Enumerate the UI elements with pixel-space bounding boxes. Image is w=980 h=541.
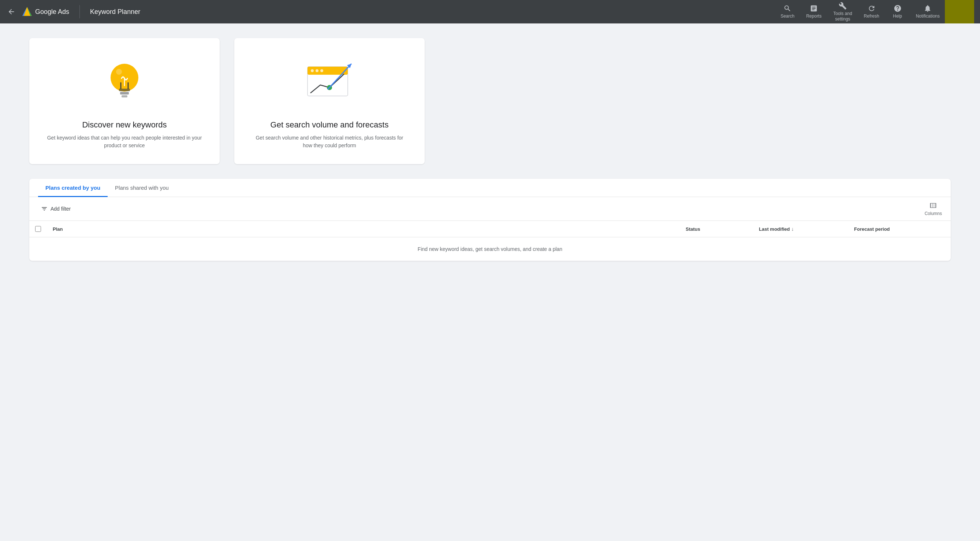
forecasts-card-title: Get search volume and forecasts xyxy=(270,120,389,130)
add-filter-label: Add filter xyxy=(51,206,71,212)
filter-icon xyxy=(41,206,48,212)
columns-icon xyxy=(929,201,937,209)
tools-nav-label: Tools and settings xyxy=(833,11,852,22)
empty-state-message: Find new keyword ideas, get search volum… xyxy=(29,237,951,261)
forecasts-icon-area xyxy=(300,53,359,111)
google-ads-icon xyxy=(21,6,33,18)
add-filter-button[interactable]: Add filter xyxy=(38,204,73,214)
header-last-modified[interactable]: Last modified ↓ xyxy=(753,221,848,237)
svg-rect-11 xyxy=(121,95,127,97)
reports-nav-label: Reports xyxy=(806,14,821,19)
topbar-right: Search Reports Tools and settings Refres… xyxy=(775,0,945,24)
header-checkbox-cell xyxy=(29,221,47,237)
svg-rect-10 xyxy=(120,92,129,94)
forecasts-chart-icon xyxy=(300,56,359,108)
svg-point-15 xyxy=(311,69,314,72)
reports-icon xyxy=(810,5,818,13)
columns-button[interactable]: Columns xyxy=(925,201,942,216)
discover-icon-area xyxy=(95,53,154,111)
svg-point-6 xyxy=(116,69,122,75)
discover-keywords-card[interactable]: Discover new keywords Get keyword ideas … xyxy=(29,38,220,164)
svg-point-17 xyxy=(320,69,323,72)
discover-card-desc: Get keyword ideas that can help you reac… xyxy=(47,134,202,150)
forecasts-card[interactable]: Get search volume and forecasts Get sear… xyxy=(234,38,425,164)
plans-tabs: Plans created by you Plans shared with y… xyxy=(29,179,951,197)
help-nav-label: Help xyxy=(893,14,902,19)
svg-point-16 xyxy=(315,69,318,72)
topbar-left: Google Ads Keyword Planner xyxy=(6,5,775,18)
columns-label: Columns xyxy=(925,211,942,216)
header-plan: Plan xyxy=(47,221,680,237)
tools-nav-button[interactable]: Tools and settings xyxy=(828,0,857,24)
main-content: Discover new keywords Get keyword ideas … xyxy=(0,24,980,275)
svg-rect-9 xyxy=(119,89,130,91)
notifications-icon xyxy=(924,5,932,13)
search-nav-button[interactable]: Search xyxy=(775,2,800,21)
help-nav-button[interactable]: Help xyxy=(886,2,909,21)
refresh-nav-label: Refresh xyxy=(864,14,879,19)
search-icon xyxy=(783,5,791,13)
lightbulb-icon xyxy=(101,56,148,108)
header-status: Status xyxy=(680,221,753,237)
plans-toolbar: Add filter Columns xyxy=(29,197,951,221)
topbar-divider xyxy=(80,5,80,18)
select-all-checkbox[interactable] xyxy=(35,226,41,232)
plans-section: Plans created by you Plans shared with y… xyxy=(29,179,951,261)
reports-nav-button[interactable]: Reports xyxy=(801,2,827,21)
forecasts-card-desc: Get search volume and other historical m… xyxy=(252,134,407,150)
search-nav-label: Search xyxy=(781,14,794,19)
notifications-nav-button[interactable]: Notifications xyxy=(911,2,945,21)
sort-arrow-icon: ↓ xyxy=(791,226,794,232)
refresh-nav-button[interactable]: Refresh xyxy=(859,2,885,21)
table-header: Plan Status Last modified ↓ Forecast per… xyxy=(29,221,951,237)
topbar: Google Ads Keyword Planner Search Report… xyxy=(0,0,980,24)
tab-plans-created-by-you[interactable]: Plans created by you xyxy=(38,179,108,197)
help-icon xyxy=(894,5,902,13)
feature-cards: Discover new keywords Get keyword ideas … xyxy=(29,38,951,164)
google-ads-logo: Google Ads xyxy=(21,6,69,18)
refresh-icon xyxy=(868,5,876,13)
notifications-nav-label: Notifications xyxy=(916,14,940,19)
header-forecast-period: Forecast period xyxy=(848,221,951,237)
back-button[interactable] xyxy=(6,6,17,17)
tab-plans-shared-with-you[interactable]: Plans shared with you xyxy=(108,179,176,197)
discover-card-title: Discover new keywords xyxy=(82,120,167,130)
google-ads-label: Google Ads xyxy=(35,8,69,16)
tools-icon xyxy=(839,2,847,10)
account-square[interactable] xyxy=(945,0,974,24)
page-title: Keyword Planner xyxy=(90,8,140,16)
